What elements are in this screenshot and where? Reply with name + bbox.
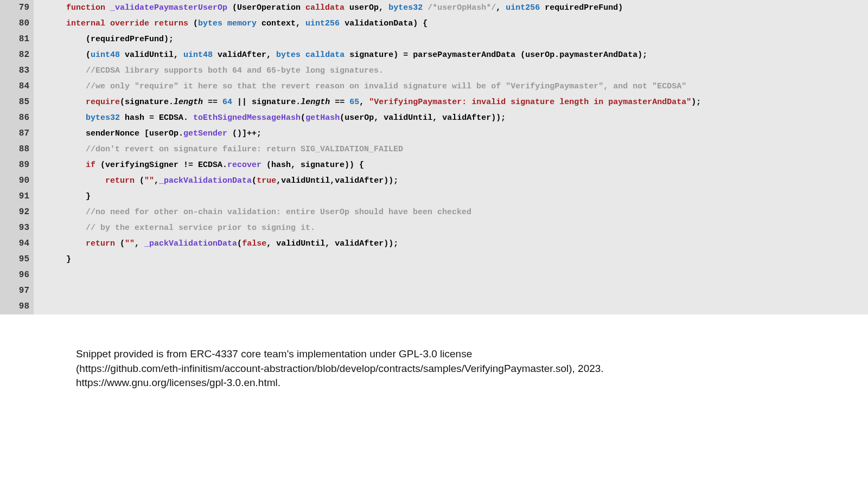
line-number: 98	[4, 299, 29, 314]
line-number: 93	[4, 220, 29, 236]
code-line: require(signature.length == 64 || signat…	[66, 94, 701, 110]
line-number: 82	[4, 47, 29, 63]
code-line: //no need for other on-chain validation:…	[66, 204, 701, 220]
code-line: //ECDSA library supports both 64 and 65-…	[66, 63, 701, 79]
code-line: }	[66, 189, 701, 204]
code-line: //don't revert on signature failure: ret…	[66, 142, 701, 157]
code-block: 79 80 81 82 83 84 85 86 87 88 89 90 91 9…	[0, 0, 868, 314]
line-number: 90	[4, 173, 29, 189]
line-number: 80	[4, 16, 29, 31]
line-number: 84	[4, 79, 29, 94]
line-number: 86	[4, 110, 29, 126]
line-number: 89	[4, 157, 29, 173]
line-number: 83	[4, 63, 29, 79]
code-line: return ("",_packValidationData(true,vali…	[66, 173, 701, 189]
line-number: 96	[4, 267, 29, 283]
line-number: 97	[4, 283, 29, 299]
code-line: internal override returns (bytes memory …	[66, 16, 701, 31]
code-line: }	[66, 252, 701, 267]
line-number: 92	[4, 204, 29, 220]
code-line: function _validatePaymasterUserOp (UserO…	[66, 0, 701, 16]
line-gutter: 79 80 81 82 83 84 85 86 87 88 89 90 91 9…	[0, 0, 34, 314]
code-line: return ("", _packValidationData(false, v…	[66, 236, 701, 252]
code-body: function _validatePaymasterUserOp (UserO…	[34, 0, 701, 314]
code-line: // by the external service prior to sign…	[66, 220, 701, 236]
code-line: (requiredPreFund);	[66, 31, 701, 47]
attribution-text: Snippet provided is from ERC-4337 core t…	[76, 347, 727, 390]
line-number: 95	[4, 252, 29, 267]
line-number: 91	[4, 189, 29, 204]
line-number: 94	[4, 236, 29, 252]
code-line: bytes32 hash = ECDSA. toEthSignedMessage…	[66, 110, 701, 126]
code-line: (uint48 validUntil, uint48 validAfter, b…	[66, 47, 701, 63]
line-number: 79	[4, 0, 29, 16]
line-number: 87	[4, 126, 29, 142]
code-line: //we only "require" it here so that the …	[66, 79, 701, 94]
line-number: 85	[4, 94, 29, 110]
line-number: 81	[4, 31, 29, 47]
code-line: senderNonce [userOp.getSender ()]++;	[66, 126, 701, 142]
line-number: 88	[4, 142, 29, 157]
code-line: if (verifyingSigner != ECDSA.recover (ha…	[66, 157, 701, 173]
